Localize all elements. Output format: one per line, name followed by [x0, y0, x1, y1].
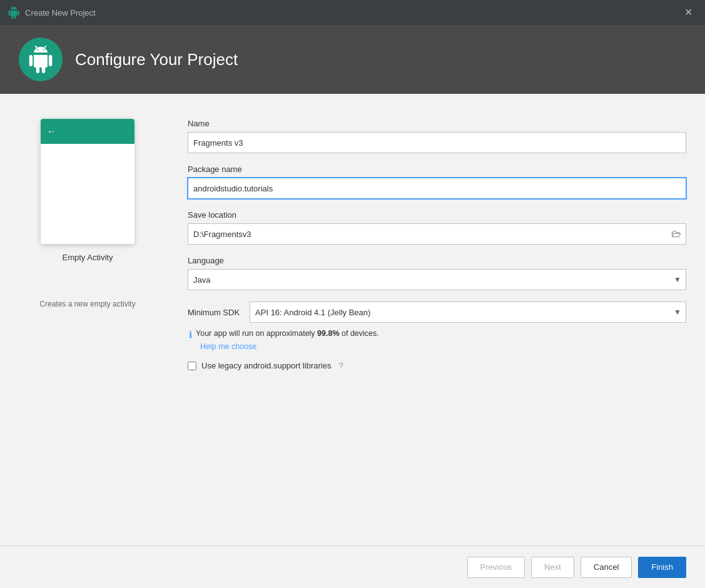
back-arrow-icon: ← [47, 126, 56, 136]
language-select-wrapper: Java Kotlin ▼ [188, 269, 686, 290]
legacy-checkbox[interactable] [188, 362, 196, 370]
package-group: Package name [188, 165, 686, 199]
phone-preview-bar: ← [41, 119, 134, 144]
next-button[interactable]: Next [531, 557, 574, 578]
preview-description: Creates a new empty activity [39, 300, 135, 308]
info-percentage: 99.8% [317, 329, 339, 338]
android-icon [27, 46, 54, 73]
name-group: Name [188, 119, 686, 153]
info-icon: ℹ [189, 330, 192, 340]
phone-preview-body [41, 144, 134, 244]
save-location-label: Save location [188, 210, 686, 220]
title-bar-text: Create New Project [25, 8, 96, 18]
sdk-select[interactable]: API 16: Android 4.1 (Jelly Bean) API 17:… [250, 302, 686, 323]
info-row: ℹ Your app will run on approximately 99.… [189, 329, 686, 340]
previous-button[interactable]: Previous [467, 557, 525, 578]
info-text: Your app will run on approximately 99.8%… [196, 329, 379, 338]
folder-icon[interactable]: 🗁 [671, 228, 681, 240]
package-label: Package name [188, 165, 686, 174]
sdk-label: Minimum SDK [188, 308, 240, 317]
info-text-after: of devices. [340, 329, 379, 338]
sdk-row: Minimum SDK API 16: Android 4.1 (Jelly B… [188, 302, 686, 323]
android-logo [19, 38, 63, 81]
name-input[interactable] [188, 132, 686, 153]
phone-preview: ← [41, 119, 134, 244]
finish-button[interactable]: Finish [638, 557, 686, 578]
header: Configure Your Project [0, 25, 705, 94]
title-bar-left: Create New Project [8, 6, 96, 19]
package-input[interactable] [188, 178, 686, 199]
name-label: Name [188, 119, 686, 128]
main-content: ← Empty Activity Creates a new empty act… [0, 94, 705, 545]
legacy-help-icon[interactable]: ? [338, 361, 343, 370]
info-text-before: Your app will run on approximately [196, 329, 317, 338]
legacy-checkbox-row: Use legacy android.support libraries ? [188, 361, 686, 370]
header-title: Configure Your Project [75, 50, 238, 69]
cancel-button[interactable]: Cancel [581, 557, 632, 578]
language-select[interactable]: Java Kotlin [188, 269, 686, 290]
language-label: Language [188, 256, 686, 265]
right-panel: Name Package name Save location 🗁 Langua… [156, 113, 686, 539]
title-bar: Create New Project ✕ [0, 0, 705, 25]
help-me-choose-link[interactable]: Help me choose [200, 342, 686, 351]
preview-label: Empty Activity [63, 253, 113, 262]
android-title-icon [8, 6, 20, 19]
close-button[interactable]: ✕ [679, 5, 697, 20]
sdk-select-wrapper: API 16: Android 4.1 (Jelly Bean) API 17:… [250, 302, 686, 323]
legacy-checkbox-label: Use legacy android.support libraries [201, 361, 331, 370]
footer: Previous Next Cancel Finish [0, 545, 705, 588]
save-location-input[interactable] [188, 223, 686, 245]
language-group: Language Java Kotlin ▼ [188, 256, 686, 290]
left-panel: ← Empty Activity Creates a new empty act… [19, 113, 156, 539]
save-location-group: Save location 🗁 [188, 210, 686, 245]
save-location-field: 🗁 [188, 223, 686, 245]
